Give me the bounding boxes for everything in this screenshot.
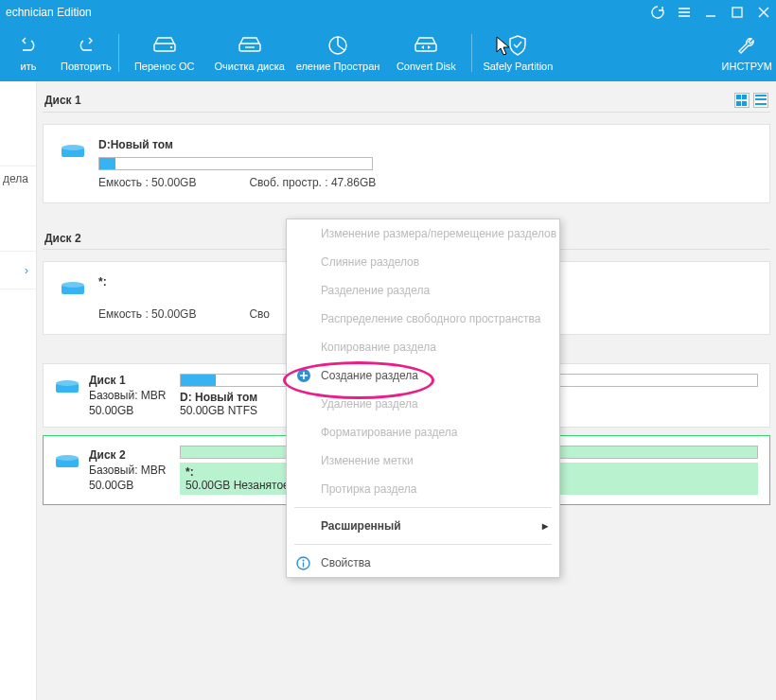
svg-point-9 [62, 282, 84, 288]
svg-rect-5 [415, 44, 436, 51]
hdd-clean-icon [238, 34, 262, 57]
app-title: echnician Edition [6, 6, 92, 19]
menu-icon[interactable] [678, 6, 691, 19]
migrate-os-button[interactable]: Перенос ОС [122, 25, 207, 81]
capacity-label: Емкость : 50.00GB [98, 307, 196, 321]
menu-merge: Слияние разделов [287, 248, 559, 276]
hdd-icon [152, 34, 177, 57]
disk-name: Диск 1 [89, 374, 167, 387]
svg-point-11 [56, 380, 79, 386]
maximize-icon[interactable] [731, 6, 744, 19]
sidebar-expand[interactable]: › [0, 252, 36, 289]
disk-1-header: Диск 1 [43, 89, 770, 113]
titlebar: echnician Edition [0, 0, 776, 25]
menu-format: Форматирование раздела [287, 418, 559, 446]
svg-rect-17 [303, 562, 304, 567]
sidebar: дела › [0, 81, 37, 700]
context-menu: Изменение размера/перемещение разделов С… [286, 219, 560, 578]
piechart-icon [327, 34, 348, 57]
free-space-label: Своб. простр. : 47.86GB [249, 176, 376, 189]
create-icon [296, 368, 311, 383]
disk-type: Базовый: MBR [89, 389, 167, 402]
view-grid-icon[interactable] [734, 93, 750, 108]
wrench-icon [736, 34, 757, 57]
toolbar-separator [118, 34, 119, 72]
info-icon [296, 556, 310, 570]
svg-point-7 [62, 145, 84, 150]
window-controls [651, 6, 770, 19]
chevron-right-icon: › [25, 264, 28, 277]
capacity-label: Емкость : 50.00GB [98, 176, 196, 189]
disk-icon [61, 279, 85, 296]
sidebar-item[interactable] [0, 81, 36, 166]
disk-1-partition-card[interactable]: D:Новый том Емкость : 50.00GB Своб. прос… [43, 124, 770, 203]
minimize-icon[interactable] [704, 6, 717, 19]
menu-copy: Копирование раздела [287, 333, 559, 361]
convert-disk-button[interactable]: Convert Disk [383, 25, 468, 81]
menu-split: Разделение раздела [287, 276, 559, 305]
safely-partition-button[interactable]: Safely Partition [475, 25, 560, 81]
free-space-label: Сво [249, 307, 270, 321]
menu-advanced[interactable]: Расширенный▸ [287, 512, 559, 540]
menu-properties[interactable]: Свойства [287, 549, 559, 577]
toolbar: ить Повторить Перенос ОС Очистка диска е… [0, 25, 776, 81]
refresh-icon[interactable] [651, 6, 664, 19]
disk-icon [55, 452, 79, 469]
menu-resize: Изменение размера/перемещение разделов [287, 219, 559, 248]
undo-button[interactable]: ить [0, 25, 57, 81]
svg-rect-0 [732, 8, 742, 17]
svg-point-16 [303, 559, 305, 561]
redo-icon [76, 34, 97, 57]
sidebar-item[interactable]: дела [0, 166, 36, 252]
disk-icon [55, 377, 79, 394]
chevron-right-icon: ▸ [542, 519, 548, 533]
svg-point-2 [170, 46, 172, 48]
shield-icon [507, 34, 528, 57]
disk-icon [61, 142, 85, 159]
menu-separator [294, 544, 552, 545]
svg-point-13 [56, 455, 79, 461]
menu-create-partition[interactable]: Создание раздела [287, 361, 559, 390]
menu-separator [294, 507, 552, 508]
partition-name: D:Новый том [98, 138, 752, 151]
disk-type: Базовый: MBR [89, 464, 167, 477]
space-allocate-button[interactable]: еление Простран [292, 25, 384, 81]
redo-button[interactable]: Повторить [57, 25, 115, 81]
tools-button[interactable]: ИНСТРУМ [718, 25, 776, 81]
disk-cleanup-button[interactable]: Очистка диска [207, 25, 292, 81]
menu-delete: Удаление раздела [287, 390, 559, 418]
close-icon[interactable] [757, 6, 770, 19]
menu-allocate: Распределение свободного пространства [287, 305, 559, 333]
menu-label: Изменение метки [287, 446, 559, 475]
toolbar-separator [471, 34, 472, 72]
menu-wipe: Протирка раздела [287, 475, 559, 503]
disk-name: Диск 2 [89, 448, 167, 462]
undo-icon [18, 34, 39, 57]
convert-icon [414, 34, 438, 57]
usage-bar [98, 157, 373, 170]
view-list-icon[interactable] [753, 93, 768, 108]
disk-size: 50.00GB [89, 404, 167, 417]
disk-size: 50.00GB [89, 479, 167, 492]
